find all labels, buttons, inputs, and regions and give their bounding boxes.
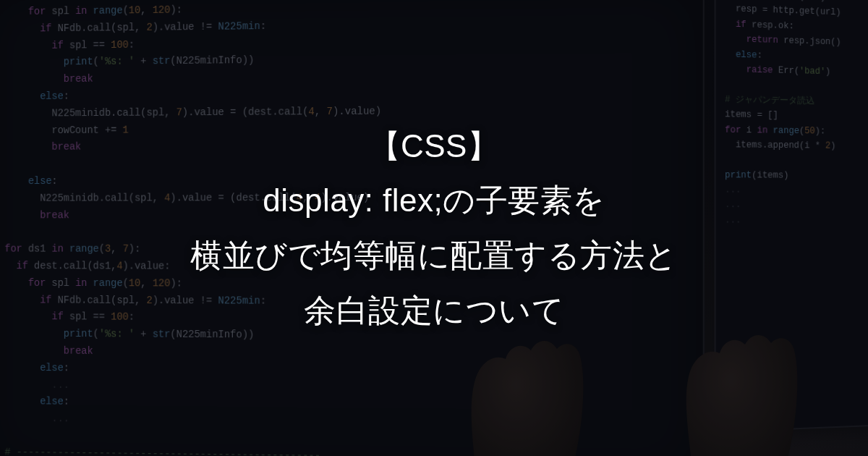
title-container: 【CSS】 display: flex;の子要素を 横並びで均等幅に配置する方法… [0, 0, 868, 456]
title-line-4: 余白設定について [190, 283, 678, 338]
article-title: 【CSS】 display: flex;の子要素を 横並びで均等幅に配置する方法… [190, 119, 678, 338]
title-line-3: 横並びで均等幅に配置する方法と [190, 228, 678, 283]
title-line-2: display: flex;の子要素を [190, 173, 678, 228]
title-line-1: 【CSS】 [190, 119, 678, 174]
